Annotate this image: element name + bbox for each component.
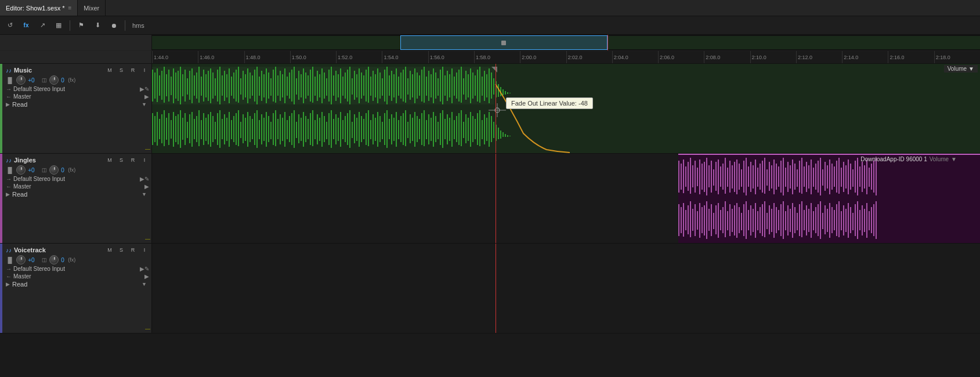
viewport-handle[interactable] [501,41,506,45]
svg-rect-110 [400,72,402,99]
voicetrack-pan-val[interactable]: 0 [61,257,66,263]
svg-rect-239 [340,112,341,147]
music-r-button[interactable]: R [128,66,138,74]
music-read-dropdown[interactable]: ▼ [142,102,147,107]
svg-rect-96 [368,67,369,103]
jingles-vol-knob[interactable] [16,165,26,175]
svg-rect-382 [827,165,828,188]
jingles-m-button[interactable]: M [105,156,114,164]
jingles-clip[interactable]: DownloadApp-ID 96000 1 Volume ▼ [678,154,980,243]
music-output-expand[interactable]: ▶ [144,93,149,100]
jingles-s-button[interactable]: S [117,156,126,164]
svg-rect-198 [245,118,246,141]
editor-tab[interactable]: Editor: Show1.sesx * ≡ [0,0,78,16]
voicetrack-s-button[interactable]: S [117,246,126,254]
voicetrack-i-button[interactable]: I [140,246,149,254]
music-vol-knob[interactable] [16,75,26,85]
music-m-button[interactable]: M [105,66,114,74]
music-input-edit[interactable]: ✎ [144,86,149,92]
svg-rect-467 [824,205,826,234]
svg-rect-169 [178,114,179,144]
time-format-display[interactable]: hms [130,22,147,29]
svg-rect-432 [743,204,744,236]
download-button[interactable]: ⬇ [91,19,104,32]
svg-rect-180 [203,113,204,145]
svg-rect-429 [736,203,737,238]
voicetrack-input-edit[interactable]: ✎ [144,266,149,272]
undo-button[interactable]: ↺ [3,19,16,32]
music-read-label[interactable]: Read [12,101,142,108]
export-button[interactable]: ↗ [36,19,49,32]
mixer-tab[interactable]: Mixer [78,0,106,16]
svg-rect-450 [785,211,786,230]
voicetrack-vol-knob[interactable] [16,255,26,264]
jingles-expand-triangle[interactable]: ▶ [6,191,10,197]
voicetrack-pan-knob[interactable] [49,255,59,264]
track-music-name-row: ♪♪ Music M S R I [6,66,149,74]
voicetrack-read-dropdown[interactable]: ▼ [142,281,147,287]
track-music-controls: ♪♪ Music M S R I ▐▌ +0 ◫ 0 [0,64,152,153]
svg-rect-11 [171,77,172,95]
svg-rect-402 [873,161,874,193]
ruler-tick-0: 1:44.0 [152,51,168,63]
svg-rect-453 [792,203,793,238]
music-s-button[interactable]: S [117,66,126,74]
svg-rect-445 [773,203,775,238]
svg-rect-217 [289,116,290,142]
jingles-input-edit[interactable]: ✎ [144,176,149,182]
svg-rect-136 [461,67,462,103]
svg-rect-433 [746,201,747,239]
voicetrack-input-expand[interactable]: ▶ [140,266,144,272]
music-i-button[interactable]: I [140,66,149,74]
jingles-pan-knob[interactable] [49,165,59,175]
fx-button[interactable]: fx [20,19,32,32]
svg-rect-463 [815,207,816,233]
svg-rect-133 [454,77,455,96]
svg-rect-293 [465,114,467,143]
svg-rect-221 [298,114,299,143]
record-button[interactable]: ⏺ [107,19,120,32]
jingles-output-expand[interactable]: ▶ [144,183,149,190]
svg-rect-203 [256,110,258,148]
svg-rect-200 [249,116,251,142]
voicetrack-expand-triangle[interactable]: ▶ [6,281,10,287]
voicetrack-output-expand[interactable]: ▶ [144,273,149,280]
svg-rect-170 [180,110,181,148]
svg-rect-142 [475,75,476,96]
jingles-r-button[interactable]: R [128,156,138,164]
mini-viewport-track-area[interactable] [152,35,980,50]
svg-rect-74 [317,71,318,101]
svg-rect-350 [753,165,754,188]
svg-rect-83 [338,74,339,97]
track-voicetrack-name-row: ♪♪ Voicetrack M S R I [6,246,149,254]
voicetrack-m-button[interactable]: M [105,246,114,254]
grid-button[interactable]: ▦ [52,19,65,32]
svg-rect-277 [428,114,429,144]
music-pan-knob[interactable] [49,75,59,85]
music-volume-dropdown-icon[interactable]: ▼ [968,66,974,72]
tab-menu-icon[interactable]: ≡ [68,5,72,11]
svg-rect-305 [493,122,494,138]
jingles-i-button[interactable]: I [140,156,149,164]
svg-rect-134 [456,72,457,99]
jingles-vol-val[interactable]: +0 [28,167,39,173]
svg-rect-44 [247,68,248,103]
jingles-pan-val[interactable]: 0 [61,167,66,173]
svg-rect-252 [370,120,371,139]
svg-rect-328 [701,164,703,190]
voicetrack-read-label[interactable]: Read [12,281,142,288]
music-expand-triangle[interactable]: ▶ [6,102,10,107]
music-pan-val[interactable]: 0 [61,77,66,84]
music-vol-val[interactable]: +0 [28,77,39,84]
jingles-read-dropdown[interactable]: ▼ [142,191,147,197]
jingles-read-label[interactable]: Read [12,191,142,198]
mini-viewport[interactable] [0,35,980,51]
music-input-expand[interactable]: ▶ [140,86,144,92]
voicetrack-r-button[interactable]: R [128,246,138,254]
jingles-input-expand[interactable]: ▶ [140,176,144,182]
flag-button[interactable]: ⚑ [75,19,88,32]
mini-viewport-range[interactable] [400,35,607,50]
jingles-clip-volume-dropdown[interactable]: ▼ [951,156,957,162]
svg-rect-53 [268,72,269,99]
voicetrack-vol-val[interactable]: +0 [28,257,39,263]
